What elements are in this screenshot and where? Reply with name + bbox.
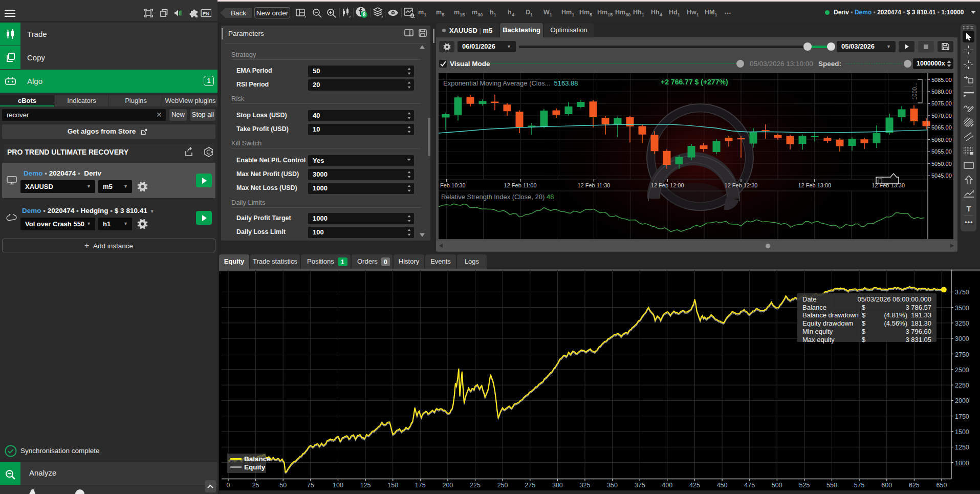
svg-text:225: 225 [470, 482, 481, 489]
svg-text:1750: 1750 [955, 413, 969, 420]
svg-text:5050.00: 5050.00 [931, 161, 952, 167]
svg-text:275: 275 [525, 482, 535, 489]
svg-text:EN: EN [203, 11, 209, 16]
svg-text:0: 0 [227, 482, 230, 489]
svg-text:450: 450 [717, 482, 728, 489]
svg-text:500: 500 [772, 482, 782, 489]
svg-text:400: 400 [662, 482, 672, 489]
svg-text:5070.00: 5070.00 [931, 113, 952, 119]
svg-text:1000...: 1000... [911, 82, 918, 100]
svg-text:375: 375 [635, 482, 645, 489]
svg-text:550: 550 [826, 482, 837, 489]
svg-text:5075.00: 5075.00 [931, 100, 952, 106]
svg-text:75: 75 [307, 482, 314, 489]
svg-text:250: 250 [497, 482, 508, 489]
svg-text:5045.00: 5045.00 [931, 173, 952, 179]
svg-text:1500: 1500 [955, 428, 969, 436]
svg-text:5085.00: 5085.00 [931, 77, 952, 83]
svg-text:175: 175 [415, 482, 426, 489]
svg-text:12 Feb 12:00: 12 Feb 12:00 [651, 182, 684, 188]
svg-text:12 Feb 11:00: 12 Feb 11:00 [504, 182, 537, 188]
svg-text:200: 200 [442, 482, 453, 489]
svg-text:350: 350 [607, 482, 618, 489]
svg-text:3000: 3000 [955, 335, 969, 342]
svg-text:5080.00: 5080.00 [931, 89, 952, 95]
svg-text:575: 575 [854, 482, 865, 489]
svg-text:125: 125 [360, 482, 371, 489]
svg-text:1250: 1250 [955, 444, 969, 451]
svg-text:5065.00: 5065.00 [931, 124, 952, 131]
svg-text:5060.00: 5060.00 [931, 137, 952, 143]
svg-text:1000: 1000 [955, 460, 969, 467]
svg-text:600: 600 [881, 482, 892, 489]
svg-text:12 Feb 13:00: 12 Feb 13:00 [798, 182, 831, 188]
svg-text:650: 650 [937, 482, 947, 489]
svg-text:625: 625 [909, 482, 920, 489]
svg-text:425: 425 [689, 482, 700, 489]
svg-text:150: 150 [387, 482, 398, 489]
svg-text:12 Feb 12:30: 12 Feb 12:30 [725, 182, 758, 188]
svg-text:100: 100 [333, 482, 343, 489]
svg-text:2250: 2250 [955, 382, 969, 389]
svg-text:12 Feb 11:30: 12 Feb 11:30 [577, 182, 610, 188]
svg-text:300: 300 [552, 482, 563, 489]
svg-text:5055.00: 5055.00 [931, 148, 952, 155]
svg-text:325: 325 [580, 482, 591, 489]
svg-text:2500: 2500 [955, 367, 969, 374]
svg-text:Feb 10:30: Feb 10:30 [440, 182, 466, 188]
svg-text:25: 25 [252, 482, 259, 489]
svg-text:3500: 3500 [955, 305, 969, 312]
svg-text:50: 50 [279, 482, 287, 489]
svg-text:2000: 2000 [955, 397, 969, 404]
svg-text:475: 475 [744, 482, 755, 489]
svg-text:2750: 2750 [955, 351, 969, 358]
svg-text:3250: 3250 [955, 320, 969, 327]
svg-text:525: 525 [799, 482, 810, 489]
svg-text:3750: 3750 [955, 289, 969, 296]
